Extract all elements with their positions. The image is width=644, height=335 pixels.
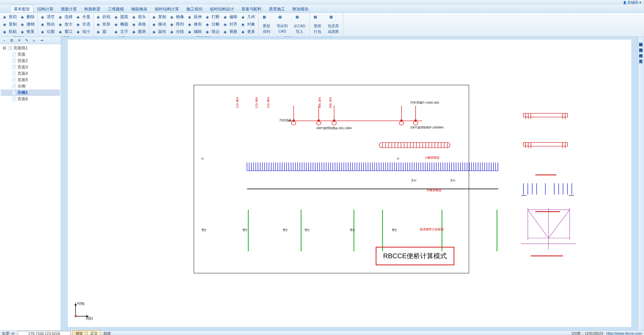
snap-toggle[interactable]: 捕捉 <box>73 330 86 335</box>
right-tab-3[interactable]: 数据导入 <box>638 54 644 60</box>
menu-2[interactable]: 测量计算 <box>57 5 81 12</box>
edit-page-icon[interactable]: ✎ <box>24 38 30 43</box>
ribbon-选择[interactable]: ◈选择 <box>57 13 74 20</box>
ortho-toggle[interactable]: 正交 <box>87 330 101 335</box>
ribbon-对象[interactable]: ◈对象 <box>240 21 257 28</box>
tree-item-7[interactable]: 📄 页面6 <box>1 96 60 102</box>
ribbon-折线[interactable]: ◈折线 <box>95 13 112 20</box>
ribbon-镜像[interactable]: ◈镜像 <box>169 13 186 20</box>
ribbon-全选[interactable]: ◈全选 <box>75 21 92 28</box>
copy-page-icon[interactable]: ⧉ <box>9 38 15 43</box>
menu-0[interactable]: 基本图形 <box>10 5 34 12</box>
menu-9[interactable]: 算量与配料 <box>238 5 265 12</box>
right-tab-1[interactable]: 翻转并浏览 <box>638 43 644 48</box>
ribbon-旋转[interactable]: ◈旋转 <box>151 28 168 35</box>
status-bar: 长度: m 279.7339,123.6226 捕捉 正交 就绪 QQ群：124… <box>0 330 644 335</box>
tree-item-0[interactable]: 📄 页面 <box>1 51 60 58</box>
ribbon-偏移[interactable]: ◈偏移 <box>222 13 239 20</box>
svg-line-188 <box>549 210 570 238</box>
align-left-icon[interactable]: ≡ <box>31 38 37 43</box>
menu-3[interactable]: 铁路桥梁 <box>81 5 104 12</box>
ribbon-剪切[interactable]: ◈剪切 <box>1 13 18 20</box>
menu-7[interactable]: 施工组织 <box>183 5 206 12</box>
ribbon-修剪[interactable]: ◈修剪 <box>186 21 203 28</box>
tree-root[interactable]: ⊟ 📑 页面组1 <box>1 45 60 51</box>
ribbon-缩小[interactable]: ◈缩小 <box>75 28 92 35</box>
menu-11[interactable]: 附加模块 <box>289 5 312 12</box>
indent-icon[interactable]: ⇥ <box>38 38 44 43</box>
menu-10[interactable]: 悬臂施工 <box>265 5 289 12</box>
ribbon-箭头[interactable]: ◈箭头 <box>131 13 148 20</box>
ribbon-位图[interactable]: ◈位图 <box>39 28 56 35</box>
ribbon-几何[interactable]: ◈几何 <box>240 13 257 20</box>
user-menu[interactable]: 吴锡琛 ▾ <box>623 0 641 5</box>
ribbon-恢复[interactable]: ◈恢复 <box>19 28 36 35</box>
ribbon-放大[interactable]: ◈放大 <box>57 21 74 28</box>
tree-item-3[interactable]: 📄 页面4 <box>1 70 60 77</box>
status-ready: 就绪 <box>101 331 113 335</box>
menu-8[interactable]: 临时结构设计 <box>206 5 238 12</box>
ribbon-清空[interactable]: ◈清空 <box>39 13 56 20</box>
ribbon-组合[interactable]: ◈组合 <box>204 28 221 35</box>
tool-icon: ◈ <box>170 30 175 34</box>
right-tab-2[interactable]: 结构力计算 <box>638 48 644 54</box>
tool-icon: ◈ <box>170 22 175 27</box>
qq-number: 124133523 <box>585 331 603 335</box>
qq-label: QQ群： <box>571 331 585 335</box>
ribbon-打断[interactable]: ◈打断 <box>204 13 221 20</box>
tree-item-1[interactable]: 📄 页面2 <box>1 58 60 64</box>
ribbon-图形[interactable]: ▦图形打包 <box>311 13 324 36</box>
ribbon-导出到[interactable]: ▦导出到CAD <box>274 13 290 36</box>
ribbon-图表[interactable]: ◈图表 <box>131 28 148 35</box>
ribbon-圆弧[interactable]: ◈圆弧 <box>113 13 130 20</box>
menu-1[interactable]: 结构计算 <box>34 5 57 12</box>
ribbon-从CAD[interactable]: ▦从CAD导入 <box>291 13 308 36</box>
ribbon-粘贴[interactable]: ◈粘贴 <box>1 28 18 35</box>
ribbon-圆[interactable]: ◈圆 <box>95 28 112 35</box>
drawing-title: RBCCE便桥计算模式 <box>376 247 454 265</box>
ribbon-椭圆[interactable]: ◈椭圆 <box>113 21 130 28</box>
ribbon-矩形[interactable]: ◈矩形 <box>95 21 112 28</box>
left-toolbar: ▫ ⧉ ✕ ✎ ≡ ⇥ <box>0 37 61 44</box>
ribbon-包还原[interactable]: ▦包还原成原图 <box>325 13 341 36</box>
canvas[interactable]: 129.3kN 129.3kN 129.3kN 306.1kN 306.1kN … <box>61 37 638 330</box>
ribbon-复制[interactable]: ◈复制 <box>1 21 18 28</box>
menu-6[interactable]: 临时结构计算 <box>151 5 183 12</box>
ribbon-延伸[interactable]: ◈延伸 <box>186 13 203 20</box>
ribbon-对齐[interactable]: ◈对齐 <box>222 21 239 28</box>
delete-page-icon[interactable]: ✕ <box>16 38 22 43</box>
ribbon-更多[interactable]: ◈更多 <box>240 28 257 35</box>
ribbon-窗口[interactable]: ◈窗口 <box>57 28 74 35</box>
ribbon-图形[interactable]: ▦图形排列 <box>260 13 273 36</box>
new-page-icon[interactable]: ▫ <box>1 38 7 43</box>
menu-5[interactable]: 钢筋钢束 <box>128 5 151 12</box>
pile-label: 管Z <box>392 228 397 232</box>
pile-label: 管Z <box>305 228 310 232</box>
ribbon-分解[interactable]: ◈分解 <box>204 21 221 28</box>
ribbon-移动[interactable]: ◈移动 <box>151 21 168 28</box>
ribbon-复制[interactable]: ◈复制 <box>151 13 168 20</box>
tree-item-4[interactable]: 📄 页面5 <box>1 77 60 83</box>
menu-4[interactable]: 三维建模 <box>104 5 128 12</box>
tool-icon: ◈ <box>188 22 193 27</box>
tree-item-2[interactable]: 📄 页面3 <box>1 64 60 70</box>
right-tab-0[interactable]: 翻转并缩放 <box>638 37 644 43</box>
tool-icon: ◈ <box>241 15 246 19</box>
tree-item-6[interactable]: 📄 示例1 <box>1 90 60 96</box>
ribbon-删除[interactable]: ◈删除 <box>19 13 36 20</box>
ribbon-替换[interactable]: ◈替换 <box>222 28 239 35</box>
ribbon-表格[interactable]: ◈表格 <box>131 21 148 28</box>
tree-item-5[interactable]: 📄 示例 <box>1 83 60 90</box>
tool-icon: ◈ <box>188 15 193 19</box>
tool-icon: ◈ <box>3 15 8 19</box>
ribbon-文字[interactable]: ◈文字 <box>113 28 130 35</box>
ribbon-全显[interactable]: ◈全显 <box>75 13 92 20</box>
website-link[interactable]: Http://www.rbcce.com <box>606 331 642 335</box>
ribbon-阵列[interactable]: ◈阵列 <box>169 21 186 28</box>
ribbon-撤销[interactable]: ◈撤销 <box>19 21 36 28</box>
ribbon-编辑[interactable]: ◈编辑 <box>186 28 203 35</box>
tool-icon: ◈ <box>152 30 157 34</box>
ribbon-分段[interactable]: ◈分段 <box>169 28 186 35</box>
ribbon-拖动[interactable]: ◈拖动 <box>39 21 56 28</box>
ribbon: ◈剪切◈复制◈粘贴◈删除◈撤销◈恢复剪切板◈清空◈拖动◈位图◈选择◈放大◈窗口◈… <box>0 13 644 37</box>
